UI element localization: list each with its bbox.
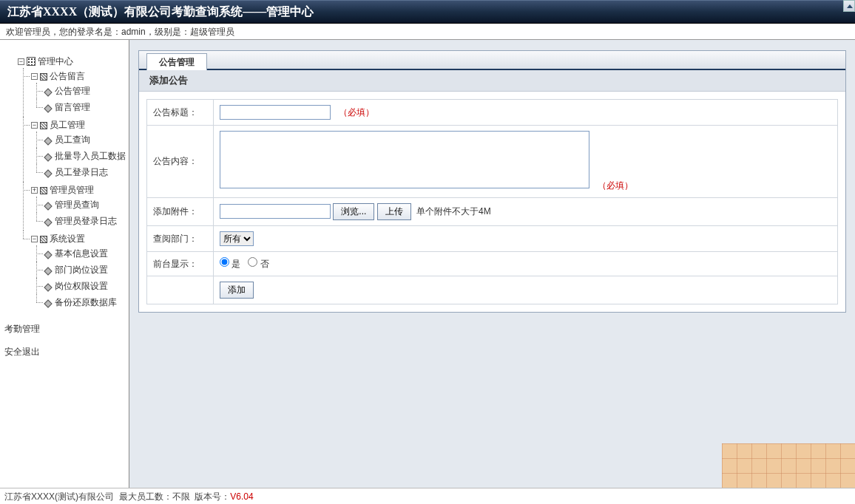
leaf-icon [44,202,52,210]
item-label[interactable]: 员工查询 [55,134,90,145]
app-header: 江苏省XXXX（测试）有限公司考勤查询系统——管理中心 [0,0,855,24]
item-label[interactable]: 管理员查询 [55,200,99,210]
app-title: 江苏省XXXX（测试）有限公司考勤查询系统——管理中心 [7,5,314,18]
footer-ver-label: 版本号： [195,491,230,502]
footer: 江苏省XXXX(测试)有限公司 最大员工数：不限 版本号：V6.04 [0,488,855,504]
label-empty [147,276,214,304]
title-input[interactable] [220,105,331,120]
item-label[interactable]: 部门岗位设置 [55,265,108,275]
leaf-icon [44,169,52,177]
sidebar-item-logout[interactable]: 安全退出 [4,344,129,361]
role-name: 超级管理员 [190,27,234,37]
radio-yes-wrap[interactable]: 是 [220,259,240,269]
leaf-icon [44,104,52,112]
upload-button[interactable]: 上传 [377,203,411,220]
login-name: admin [121,27,146,37]
folder-icon [40,73,47,81]
collapse-icon[interactable]: − [18,58,24,65]
tree-item[interactable]: 基本信息设置 [31,245,129,262]
sidebar: −管理中心 −公告留言 公告管理 留言管理 −员工管理 员工查询 批量导入员工 [0,40,129,488]
folder-icon [40,236,47,243]
main-area: 公告管理 添加公告 公告标题： （必填） 公告内容： [129,40,855,488]
content-textarea[interactable] [220,131,589,188]
tree-group-0[interactable]: −公告留言 公告管理 留言管理 [18,68,129,117]
radio-no-wrap[interactable]: 否 [248,259,268,269]
item-label[interactable]: 公告管理 [55,86,90,96]
item-label[interactable]: 基本信息设置 [55,248,108,259]
leaf-icon [44,299,52,307]
tree-item[interactable]: 管理员登录日志 [31,213,129,229]
form-wrap: 公告标题： （必填） 公告内容： （必填） [139,92,845,312]
scroll-up-icon[interactable] [843,0,855,12]
submit-button[interactable]: 添加 [220,282,254,299]
expand-icon[interactable]: + [31,187,38,194]
leaf-icon [44,137,52,145]
group-label[interactable]: 员工管理 [50,120,85,130]
collapse-icon[interactable]: − [31,122,38,129]
welcome-mid: ，级别是： [146,27,190,37]
root-label[interactable]: 管理中心 [38,56,73,67]
footer-max-label: 最大员工数： [119,491,172,502]
leaf-icon [44,218,52,226]
radio-yes[interactable] [220,257,229,267]
group-label[interactable]: 系统设置 [50,234,85,244]
tree-item[interactable]: 管理员查询 [31,197,129,213]
group-label[interactable]: 公告留言 [50,71,85,81]
tree-item[interactable]: 留言管理 [31,99,129,115]
required-hint: （必填） [339,107,374,118]
leaf-icon [44,88,52,96]
radio-yes-label: 是 [232,259,240,269]
tree-group-3[interactable]: −系统设置 基本信息设置 部门岗位设置 岗位权限设置 备份还原数据库 [18,231,129,312]
tree-item[interactable]: 备份还原数据库 [31,294,129,310]
collapse-icon[interactable]: − [31,236,38,242]
tree-item[interactable]: 员工登录日志 [31,164,129,180]
label-dept: 查阅部门： [147,226,214,252]
leaf-icon [44,251,52,259]
folder-icon [40,122,47,129]
footer-company: 江苏省XXXX(测试)有限公司 [4,491,114,502]
attach-path-input[interactable] [220,204,331,219]
tree-item[interactable]: 员工查询 [31,132,129,148]
sidebar-item-attendance[interactable]: 考勤管理 [4,321,129,338]
tree-item[interactable]: 批量导入员工数据 [31,148,129,164]
item-label[interactable]: 员工登录日志 [55,167,108,177]
leaf-icon [44,153,52,161]
collapse-icon[interactable]: − [31,73,38,80]
tab-active[interactable]: 公告管理 [146,53,207,70]
dept-select[interactable]: 所有 [220,231,254,246]
leaf-icon [44,267,52,275]
browse-button[interactable]: 浏览... [333,203,374,220]
required-hint: （必填） [598,180,633,191]
radio-no[interactable] [248,257,257,267]
nav-tree: −管理中心 −公告留言 公告管理 留言管理 −员工管理 员工查询 批量导入员工 [4,53,129,313]
content-panel: 公告管理 添加公告 公告标题： （必填） 公告内容： [138,50,846,313]
footer-max-value: 不限 [172,491,190,502]
tree-item[interactable]: 岗位权限设置 [31,278,129,294]
tree-group-2[interactable]: +管理员管理 管理员查询 管理员登录日志 [18,182,129,231]
folder-icon [40,187,47,194]
tab-row: 公告管理 [139,51,845,70]
item-label[interactable]: 管理员登录日志 [55,216,117,226]
tree-root[interactable]: −管理中心 −公告留言 公告管理 留言管理 −员工管理 员工查询 批量导入员工 [4,53,129,313]
tree-group-1[interactable]: −员工管理 员工查询 批量导入员工数据 员工登录日志 [18,117,129,182]
item-label[interactable]: 岗位权限设置 [55,281,108,291]
leaf-icon [44,283,52,291]
welcome-prefix: 欢迎管理员，您的登录名是： [6,27,121,37]
tree-item[interactable]: 公告管理 [31,83,129,99]
label-show: 前台显示： [147,252,214,276]
footer-ver-value: V6.04 [230,491,253,502]
root-icon [27,57,36,66]
label-attach: 添加附件： [147,198,214,226]
label-content: 公告内容： [147,126,214,198]
label-title: 公告标题： [147,100,214,126]
decorative-grid [722,443,855,488]
tree-item[interactable]: 部门岗位设置 [31,262,129,278]
item-label[interactable]: 备份还原数据库 [55,297,117,307]
item-label[interactable]: 留言管理 [55,102,90,112]
attach-hint: 单个附件不大于4M [416,206,491,217]
group-label[interactable]: 管理员管理 [50,185,94,195]
welcome-bar: 欢迎管理员，您的登录名是：admin，级别是：超级管理员 [0,24,855,40]
radio-no-label: 否 [260,259,269,269]
section-title: 添加公告 [139,70,845,92]
item-label[interactable]: 批量导入员工数据 [55,151,126,161]
